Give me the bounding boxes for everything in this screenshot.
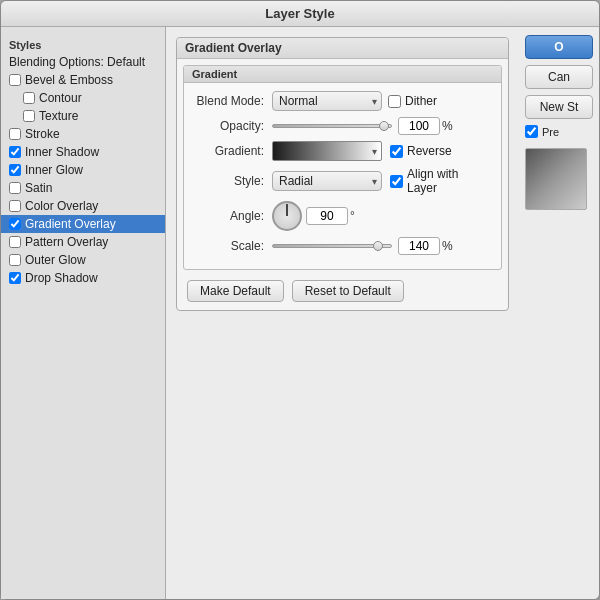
sidebar-item-gradient-overlay[interactable]: Gradient Overlay: [1, 215, 165, 233]
new-style-label: New St: [540, 100, 579, 114]
gradient-picker-wrapper[interactable]: [272, 141, 382, 161]
align-checkbox[interactable]: [390, 175, 403, 188]
sidebar-item-contour[interactable]: Contour: [1, 89, 165, 107]
reverse-label[interactable]: Reverse: [390, 144, 452, 158]
reverse-text: Reverse: [407, 144, 452, 158]
inner-shadow-checkbox[interactable]: [9, 146, 21, 158]
drop-shadow-label: Drop Shadow: [25, 271, 98, 285]
pattern-overlay-label: Pattern Overlay: [25, 235, 108, 249]
dither-text: Dither: [405, 94, 437, 108]
sidebar-item-inner-glow[interactable]: Inner Glow: [1, 161, 165, 179]
blend-mode-select[interactable]: Normal Dissolve Darken Multiply Overlay …: [272, 91, 382, 111]
reverse-wrapper: Reverse: [390, 144, 452, 158]
sidebar-item-pattern-overlay[interactable]: Pattern Overlay: [1, 233, 165, 251]
angle-input[interactable]: [306, 207, 348, 225]
panel-inner-body: Blend Mode: Normal Dissolve Darken Multi…: [184, 83, 501, 269]
scale-label: Scale:: [194, 239, 264, 253]
color-overlay-label: Color Overlay: [25, 199, 98, 213]
layer-style-window: Layer Style Styles Blending Options: Def…: [0, 0, 600, 600]
dither-row: Dither: [388, 94, 437, 108]
inner-glow-checkbox[interactable]: [9, 164, 21, 176]
sidebar-item-satin[interactable]: Satin: [1, 179, 165, 197]
drop-shadow-checkbox[interactable]: [9, 272, 21, 284]
style-select[interactable]: Linear Radial Angle Reflected Diamond: [272, 171, 382, 191]
blend-mode-select-wrapper[interactable]: Normal Dissolve Darken Multiply Overlay …: [272, 91, 382, 111]
angle-label: Angle:: [194, 209, 264, 223]
scale-row: Scale: %: [194, 237, 491, 255]
sidebar-item-blending[interactable]: Blending Options: Default: [1, 53, 165, 71]
scale-slider-thumb: [373, 241, 383, 251]
blending-options-label: Blending Options: Default: [9, 55, 145, 69]
blend-mode-label: Blend Mode:: [194, 94, 264, 108]
stroke-label: Stroke: [25, 127, 60, 141]
gradient-label: Gradient:: [194, 144, 264, 158]
color-overlay-checkbox[interactable]: [9, 200, 21, 212]
cancel-button[interactable]: Can: [525, 65, 593, 89]
sidebar: Styles Blending Options: Default Bevel &…: [1, 27, 166, 599]
window-title: Layer Style: [265, 6, 334, 21]
gradient-preview[interactable]: [272, 141, 382, 161]
preview-checkbox[interactable]: [525, 125, 538, 138]
sidebar-item-texture[interactable]: Texture: [1, 107, 165, 125]
style-select-wrapper[interactable]: Linear Radial Angle Reflected Diamond: [272, 171, 382, 191]
inner-shadow-label: Inner Shadow: [25, 145, 99, 159]
pattern-overlay-checkbox[interactable]: [9, 236, 21, 248]
texture-label: Texture: [39, 109, 78, 123]
preview-box: [525, 148, 587, 210]
preview-text: Pre: [542, 126, 559, 138]
align-label[interactable]: Align with Layer: [390, 167, 491, 195]
sidebar-heading: Styles: [1, 35, 165, 53]
preview-checkbox-label[interactable]: Pre: [525, 125, 593, 138]
texture-checkbox[interactable]: [23, 110, 35, 122]
opacity-input[interactable]: [398, 117, 440, 135]
stroke-checkbox[interactable]: [9, 128, 21, 140]
outer-glow-checkbox[interactable]: [9, 254, 21, 266]
bottom-buttons-row: Make Default Reset to Default: [177, 280, 508, 310]
right-panel: O Can New St Pre: [519, 27, 599, 599]
window-body: Styles Blending Options: Default Bevel &…: [1, 27, 599, 599]
gradient-overlay-panel: Gradient Overlay Gradient Blend Mode: No…: [176, 37, 509, 311]
sidebar-item-inner-shadow[interactable]: Inner Shadow: [1, 143, 165, 161]
dither-label[interactable]: Dither: [388, 94, 437, 108]
opacity-percent: %: [442, 119, 453, 133]
make-default-button[interactable]: Make Default: [187, 280, 284, 302]
sidebar-item-drop-shadow[interactable]: Drop Shadow: [1, 269, 165, 287]
scale-percent: %: [442, 239, 453, 253]
reverse-checkbox[interactable]: [390, 145, 403, 158]
angle-degree: °: [350, 209, 355, 223]
sidebar-item-bevel[interactable]: Bevel & Emboss: [1, 71, 165, 89]
bevel-label: Bevel & Emboss: [25, 73, 113, 87]
sidebar-item-color-overlay[interactable]: Color Overlay: [1, 197, 165, 215]
bevel-checkbox[interactable]: [9, 74, 21, 86]
style-row: Style: Linear Radial Angle Reflected Dia…: [194, 167, 491, 195]
opacity-slider-thumb: [379, 121, 389, 131]
angle-dial[interactable]: [272, 201, 302, 231]
align-text: Align with Layer: [407, 167, 491, 195]
ok-button[interactable]: O: [525, 35, 593, 59]
new-style-button[interactable]: New St: [525, 95, 593, 119]
outer-glow-label: Outer Glow: [25, 253, 86, 267]
scale-input[interactable]: [398, 237, 440, 255]
sidebar-item-stroke[interactable]: Stroke: [1, 125, 165, 143]
blend-mode-row: Blend Mode: Normal Dissolve Darken Multi…: [194, 91, 491, 111]
contour-checkbox[interactable]: [23, 92, 35, 104]
angle-row: Angle: °: [194, 201, 491, 231]
inner-glow-label: Inner Glow: [25, 163, 83, 177]
opacity-slider[interactable]: [272, 124, 392, 128]
gradient-overlay-checkbox[interactable]: [9, 218, 21, 230]
contour-label: Contour: [39, 91, 82, 105]
panel-inner-title: Gradient: [184, 66, 501, 83]
satin-label: Satin: [25, 181, 52, 195]
title-bar: Layer Style: [1, 1, 599, 27]
opacity-label: Opacity:: [194, 119, 264, 133]
satin-checkbox[interactable]: [9, 182, 21, 194]
scale-slider[interactable]: [272, 244, 392, 248]
gradient-overlay-label: Gradient Overlay: [25, 217, 116, 231]
sidebar-item-outer-glow[interactable]: Outer Glow: [1, 251, 165, 269]
gradient-row: Gradient: Reverse: [194, 141, 491, 161]
align-wrapper: Align with Layer: [390, 167, 491, 195]
reset-default-button[interactable]: Reset to Default: [292, 280, 404, 302]
opacity-row: Opacity: %: [194, 117, 491, 135]
panel-group-title: Gradient Overlay: [177, 38, 508, 59]
dither-checkbox[interactable]: [388, 95, 401, 108]
